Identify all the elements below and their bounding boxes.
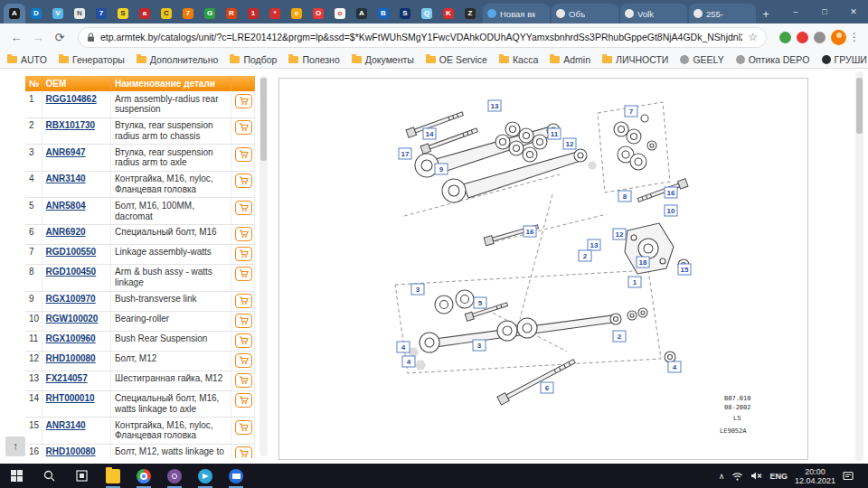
browser-tab[interactable]: Объ bbox=[552, 4, 618, 23]
scroll-to-top-button[interactable]: ↑ bbox=[5, 436, 25, 456]
bookmark-star-icon[interactable]: ☆ bbox=[748, 31, 758, 43]
bookmark-item[interactable]: AUTO bbox=[7, 54, 47, 65]
network-icon[interactable] bbox=[731, 472, 743, 481]
taskbar-search-button[interactable] bbox=[33, 464, 65, 488]
taskbar-app-telegram[interactable] bbox=[190, 464, 221, 488]
volume-muted-icon[interactable] bbox=[750, 471, 762, 481]
oem-code-link[interactable]: RGD100450 bbox=[46, 267, 97, 277]
browser-tab[interactable]: S bbox=[112, 4, 134, 23]
taskbar-app-mail[interactable] bbox=[221, 464, 251, 488]
add-to-basket-button[interactable] bbox=[235, 120, 252, 135]
browser-tab[interactable]: e bbox=[286, 4, 307, 23]
page-scrollbar[interactable] bbox=[855, 71, 863, 461]
maximize-button[interactable]: □ bbox=[810, 0, 839, 23]
browser-tab[interactable]: Volk bbox=[620, 4, 687, 23]
browser-tab[interactable]: N bbox=[69, 4, 90, 23]
oem-code-link[interactable]: RGG104862 bbox=[46, 94, 97, 104]
add-to-basket-button[interactable] bbox=[235, 147, 252, 162]
oem-code-link[interactable]: RGD100550 bbox=[46, 247, 97, 257]
bookmark-item[interactable]: Дополнительно bbox=[137, 54, 219, 65]
profile-avatar[interactable] bbox=[831, 30, 846, 45]
task-view-button[interactable] bbox=[65, 464, 98, 488]
oem-code-link[interactable]: RGX100970 bbox=[46, 294, 96, 304]
browser-tab[interactable]: * bbox=[264, 4, 286, 23]
browser-tab[interactable]: a bbox=[134, 4, 156, 23]
add-to-basket-button[interactable] bbox=[235, 314, 252, 328]
bookmark-item[interactable]: ЛИЧНОСТИ bbox=[602, 54, 668, 65]
bookmark-item[interactable]: Документы bbox=[352, 54, 414, 65]
oem-code-link[interactable]: RBX101730 bbox=[46, 120, 95, 130]
browser-tab[interactable]: B bbox=[373, 4, 394, 23]
taskbar-clock[interactable]: 20:00 12.04.2021 bbox=[795, 467, 835, 485]
add-to-basket-button[interactable] bbox=[235, 227, 252, 241]
oem-code-link[interactable]: RHT000010 bbox=[46, 393, 95, 403]
browser-tab[interactable]: O bbox=[307, 4, 329, 23]
add-to-basket-button[interactable] bbox=[235, 446, 252, 458]
oem-code-link[interactable]: RGX100960 bbox=[46, 333, 96, 343]
browser-tab[interactable]: A bbox=[351, 4, 373, 23]
bookmark-item[interactable]: ГРУШИ bbox=[822, 54, 867, 65]
taskbar-app-chrome[interactable] bbox=[128, 464, 159, 488]
oem-code-link[interactable]: FX214057 bbox=[46, 373, 88, 383]
oem-code-link[interactable]: ANR5804 bbox=[46, 201, 86, 211]
add-to-basket-button[interactable] bbox=[235, 393, 252, 408]
bookmark-item[interactable]: Полезно bbox=[288, 54, 339, 65]
browser-tab[interactable]: S bbox=[394, 4, 416, 23]
minimize-button[interactable]: – bbox=[781, 0, 810, 23]
browser-tab[interactable]: K bbox=[438, 4, 459, 23]
back-button[interactable]: ← bbox=[5, 26, 27, 48]
bookmark-item[interactable]: Admin bbox=[550, 54, 590, 65]
extension-icon[interactable] bbox=[797, 32, 808, 43]
oem-code-link[interactable]: ANR3140 bbox=[46, 420, 86, 430]
extension-icon[interactable] bbox=[779, 32, 791, 43]
bookmark-item[interactable]: Подбор bbox=[230, 54, 277, 65]
add-to-basket-button[interactable] bbox=[235, 94, 252, 108]
bookmark-item[interactable]: GEELY bbox=[680, 54, 723, 65]
browser-tab[interactable]: 7 bbox=[177, 4, 199, 23]
forward-button[interactable]: → bbox=[27, 26, 49, 48]
browser-tab[interactable]: D bbox=[25, 4, 47, 23]
oem-code-link[interactable]: RHD100080 bbox=[46, 353, 96, 363]
oem-code-link[interactable]: ANR6947 bbox=[46, 147, 86, 157]
browser-tab[interactable]: o bbox=[329, 4, 351, 23]
browser-tab[interactable]: R bbox=[221, 4, 242, 23]
browser-tab[interactable]: G bbox=[199, 4, 221, 23]
hidden-icons-chevron[interactable]: ∧ bbox=[719, 472, 725, 481]
browser-tab[interactable]: 255- bbox=[689, 4, 756, 23]
bookmark-item[interactable]: Касса bbox=[499, 54, 538, 65]
browser-tab[interactable]: Новая вк bbox=[483, 4, 550, 23]
close-button[interactable]: ✕ bbox=[839, 0, 868, 23]
new-tab-button[interactable]: + bbox=[756, 4, 776, 23]
start-button[interactable] bbox=[0, 464, 33, 488]
add-to-basket-button[interactable] bbox=[235, 294, 252, 308]
browser-tab[interactable]: 7 bbox=[90, 4, 112, 23]
reload-button[interactable]: ⟳ bbox=[49, 26, 71, 48]
browser-tab[interactable]: Q bbox=[416, 4, 438, 23]
action-center-icon[interactable] bbox=[843, 471, 854, 482]
bookmark-item[interactable]: Генераторы bbox=[59, 54, 125, 65]
bookmark-item[interactable]: Оптика DEPO bbox=[736, 54, 810, 65]
add-to-basket-button[interactable] bbox=[235, 333, 252, 348]
browser-tab[interactable]: 1 bbox=[242, 4, 264, 23]
browser-tab[interactable]: Z bbox=[459, 4, 481, 23]
bookmark-item[interactable]: OE Service bbox=[426, 54, 487, 65]
extension-icon[interactable] bbox=[814, 32, 826, 43]
browser-tab[interactable]: C bbox=[156, 4, 177, 23]
oem-code-link[interactable]: RHD100080 bbox=[46, 446, 96, 456]
add-to-basket-button[interactable] bbox=[235, 420, 252, 435]
taskbar-app-viber[interactable] bbox=[159, 464, 190, 488]
address-bar[interactable]: etp.armtek.by/catalogs/unit/?c=LRE201412… bbox=[78, 27, 767, 48]
browser-tab[interactable]: V bbox=[47, 4, 69, 23]
add-to-basket-button[interactable] bbox=[235, 201, 252, 215]
taskbar-app-explorer[interactable] bbox=[98, 464, 128, 488]
oem-code-link[interactable]: RGW100020 bbox=[46, 314, 99, 324]
oem-code-link[interactable]: ANR6920 bbox=[46, 227, 86, 237]
add-to-basket-button[interactable] bbox=[235, 373, 252, 388]
add-to-basket-button[interactable] bbox=[235, 267, 252, 281]
add-to-basket-button[interactable] bbox=[235, 247, 252, 261]
add-to-basket-button[interactable] bbox=[235, 353, 252, 368]
add-to-basket-button[interactable] bbox=[235, 174, 252, 188]
oem-code-link[interactable]: ANR3140 bbox=[46, 174, 86, 183]
browser-tab[interactable]: A bbox=[4, 4, 25, 23]
browser-menu-icon[interactable]: ⋮ bbox=[846, 31, 863, 43]
